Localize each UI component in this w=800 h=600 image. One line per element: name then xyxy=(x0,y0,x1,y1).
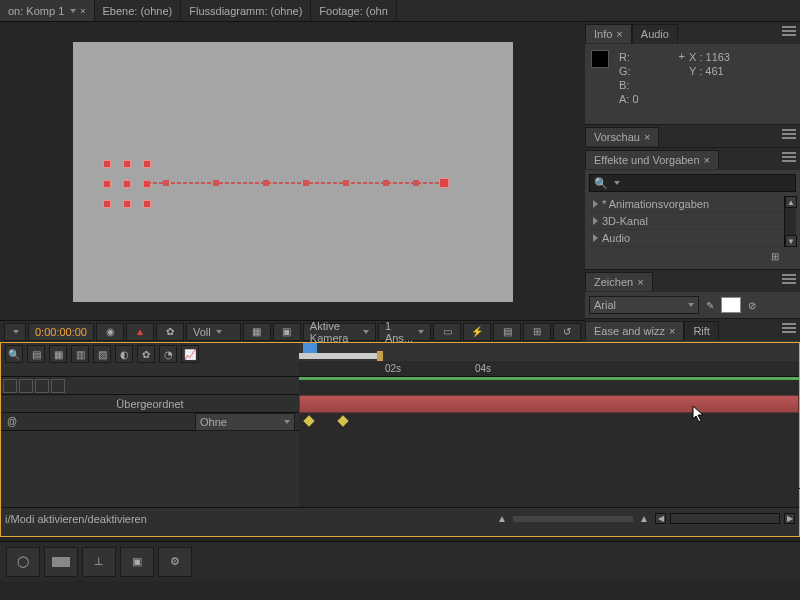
audio-switch-icon[interactable] xyxy=(19,379,33,393)
exposure-reset-button[interactable]: ↺ xyxy=(553,323,581,341)
timeline-toggle-button[interactable]: ▤ xyxy=(493,323,521,341)
views-dropdown[interactable]: 1 Ans... xyxy=(378,323,431,341)
tab-info[interactable]: Info× xyxy=(585,24,632,43)
viewer[interactable] xyxy=(0,22,585,320)
panel-menu-icon[interactable] xyxy=(782,26,796,36)
disclosure-triangle-icon xyxy=(593,217,598,225)
time-ruler[interactable]: 02s 04s xyxy=(299,343,799,376)
preset-category-3d-channel[interactable]: 3D-Kanal xyxy=(589,213,784,230)
close-icon[interactable]: × xyxy=(644,131,650,143)
close-icon[interactable]: × xyxy=(637,276,643,288)
tab-ease-wizz[interactable]: Ease and wizz× xyxy=(585,321,684,340)
tab-audio[interactable]: Audio xyxy=(632,24,678,43)
preset-category-animations[interactable]: * Animationsvorgaben xyxy=(589,196,784,213)
playhead[interactable] xyxy=(303,343,317,353)
text-fill-swatch[interactable] xyxy=(721,297,741,313)
timeline-tracks[interactable] xyxy=(299,377,799,507)
frame-blend-icon[interactable]: ▨ xyxy=(93,345,111,363)
panel-menu-icon[interactable] xyxy=(782,323,796,333)
fast-preview-button[interactable]: ⚡ xyxy=(463,323,491,341)
draft-3d-icon[interactable]: ▦ xyxy=(49,345,67,363)
close-icon[interactable]: × xyxy=(704,154,710,166)
effects-search-input[interactable]: 🔍 xyxy=(589,174,796,192)
preview-panel: Vorschau× xyxy=(585,125,800,148)
lock-switch-icon[interactable] xyxy=(51,379,65,393)
zoom-dropdown[interactable] xyxy=(4,323,26,341)
tool-button-5[interactable]: ⚙ xyxy=(158,547,192,577)
font-family-dropdown[interactable]: Arial xyxy=(589,296,699,314)
brainstorm-icon[interactable]: ✿ xyxy=(137,345,155,363)
tab-flowchart[interactable]: Flussdiagramm: (ohne) xyxy=(181,0,311,21)
align-icon: ⊥ xyxy=(94,555,104,568)
tab-layer[interactable]: Ebene: (ohne) xyxy=(95,0,182,21)
video-switch-icon[interactable] xyxy=(3,379,17,393)
new-bin-icon[interactable]: ⊞ xyxy=(768,249,782,263)
channel-button[interactable]: ▲ xyxy=(126,323,154,341)
no-fill-icon[interactable]: ⊘ xyxy=(745,298,759,312)
keyframe-icon[interactable] xyxy=(303,415,314,426)
path-end-handle[interactable] xyxy=(439,178,449,188)
disclosure-triangle-icon xyxy=(593,200,598,208)
switches-toggle-label[interactable]: i/Modi aktivieren/deaktivieren xyxy=(5,513,147,525)
snapshot-button[interactable]: ◉ xyxy=(96,323,124,341)
pickwhip-icon[interactable]: @ xyxy=(5,415,19,429)
tab-footage[interactable]: Footage: (ohn xyxy=(311,0,397,21)
parent-dropdown[interactable]: Ohne xyxy=(195,413,295,431)
panel-menu-icon[interactable] xyxy=(782,274,796,284)
tool-button-1[interactable]: ◯ xyxy=(6,547,40,577)
search-icon[interactable]: 🔍 xyxy=(5,345,23,363)
close-icon[interactable]: × xyxy=(80,6,85,16)
tool-button-4[interactable]: ▣ xyxy=(120,547,154,577)
zoom-in-icon[interactable]: ▲ xyxy=(637,512,651,526)
motion-path[interactable] xyxy=(147,182,442,184)
layer-bar[interactable] xyxy=(299,395,799,413)
tool-button-3[interactable]: ⊥ xyxy=(82,547,116,577)
info-panel: Info× Audio R:G:B:A: 0 + X : 1163Y : 461 xyxy=(585,22,800,125)
scroll-right-icon[interactable]: ▶ xyxy=(784,513,795,524)
work-area-bar[interactable] xyxy=(299,353,379,359)
auto-keyframe-icon[interactable]: ◔ xyxy=(159,345,177,363)
close-icon[interactable]: × xyxy=(616,28,622,40)
solo-switch-icon[interactable] xyxy=(35,379,49,393)
camera-dropdown[interactable]: Aktive Kamera xyxy=(303,323,376,341)
scroll-up-icon[interactable]: ▲ xyxy=(785,196,797,208)
tab-rift[interactable]: Rift xyxy=(684,321,719,340)
circle-icon: ◯ xyxy=(17,555,29,568)
tab-character[interactable]: Zeichen× xyxy=(585,272,653,291)
pixel-aspect-button[interactable]: ▭ xyxy=(433,323,461,341)
effects-scrollbar[interactable]: ▲ ▼ xyxy=(784,196,796,247)
panel-menu-icon[interactable] xyxy=(782,129,796,139)
current-time[interactable]: 0:00:00:00 xyxy=(28,323,94,341)
crosshair-icon: + xyxy=(679,50,685,62)
close-icon[interactable]: × xyxy=(669,325,675,337)
effects-presets-panel: Effekte und Vorgaben× 🔍 * Animationsvorg… xyxy=(585,148,800,270)
scroll-left-icon[interactable]: ◀ xyxy=(655,513,666,524)
tab-composition[interactable]: on: Komp 1× xyxy=(0,0,95,21)
scroll-down-icon[interactable]: ▼ xyxy=(785,235,797,247)
zoom-out-icon[interactable]: ▲ xyxy=(495,512,509,526)
tab-preview[interactable]: Vorschau× xyxy=(585,127,659,146)
rgb-icon: ▲ xyxy=(133,325,147,339)
composition-canvas[interactable] xyxy=(73,42,513,302)
composition-mini-flowchart-icon[interactable]: ▤ xyxy=(27,345,45,363)
keyframe-icon[interactable] xyxy=(337,415,348,426)
motion-blur-icon[interactable]: ◐ xyxy=(115,345,133,363)
preset-category-audio[interactable]: Audio xyxy=(589,230,784,247)
graph-editor-icon[interactable]: 📈 xyxy=(181,345,199,363)
selected-shape[interactable] xyxy=(107,164,147,204)
eyedropper-icon[interactable]: ✎ xyxy=(703,298,717,312)
work-area-end-handle[interactable] xyxy=(377,351,383,361)
hide-shy-icon[interactable]: ▥ xyxy=(71,345,89,363)
horizontal-scrollbar[interactable] xyxy=(670,513,780,524)
mask-icon: ▣ xyxy=(280,325,294,339)
tool-button-2[interactable] xyxy=(44,547,78,577)
resolution-dropdown[interactable]: Voll xyxy=(186,323,241,341)
color-mgmt-button[interactable]: ✿ xyxy=(156,323,184,341)
panel-menu-icon[interactable] xyxy=(782,152,796,162)
zoom-slider[interactable] xyxy=(513,516,633,522)
transparency-grid-button[interactable]: ▦ xyxy=(243,323,271,341)
mask-button[interactable]: ▣ xyxy=(273,323,301,341)
tab-effects-presets[interactable]: Effekte und Vorgaben× xyxy=(585,150,719,169)
monitor-icon: ▭ xyxy=(440,325,454,339)
flowchart-button[interactable]: ⊞ xyxy=(523,323,551,341)
